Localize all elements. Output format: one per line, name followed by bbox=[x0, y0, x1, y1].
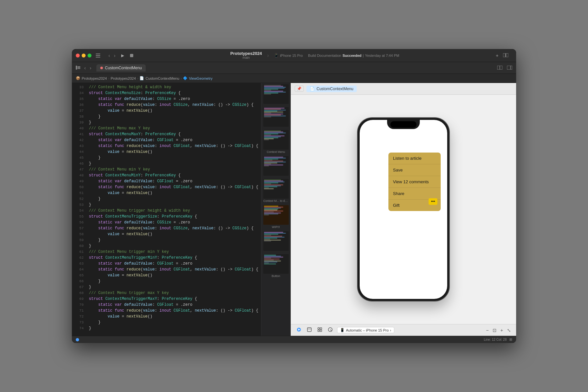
split-editor-button[interactable] bbox=[496, 65, 504, 71]
run-button[interactable]: ▶ bbox=[119, 52, 126, 59]
sidebar-toggle-button[interactable] bbox=[94, 52, 102, 59]
project-name: Prototypes2024 bbox=[230, 51, 262, 56]
back-button[interactable]: ‹ bbox=[107, 52, 111, 59]
forward-button[interactable]: › bbox=[113, 52, 117, 59]
cm-item-share[interactable]: Share bbox=[388, 188, 441, 200]
table-row: 48 struct ContextMenuMinY: PreferenceKey… bbox=[72, 172, 261, 178]
mac-window: ‹ › ▶ Prototypes2024 main › 📱 iPhone 15 … bbox=[72, 49, 516, 343]
minimap-thumb-1[interactable] bbox=[261, 83, 290, 106]
svg-rect-9 bbox=[77, 68, 80, 69]
device-selector[interactable]: 📱 Automatic – iPhone 15 Pro › bbox=[337, 327, 394, 333]
add-button[interactable]: + bbox=[495, 52, 500, 59]
status-left bbox=[76, 338, 79, 341]
preview-content: Listen to article Save View 12 comments … bbox=[291, 95, 516, 324]
table-row: 37 value = nextValue() bbox=[72, 108, 261, 114]
table-row: 74 } bbox=[72, 325, 261, 331]
table-row: 44 value = nextValue() bbox=[72, 149, 261, 155]
zoom-fit-button[interactable]: ⊡ bbox=[491, 327, 498, 334]
table-row: 52 } bbox=[72, 196, 261, 202]
table-row: 57 static func reduce(value: inout CGSiz… bbox=[72, 225, 261, 231]
zoom-in-button[interactable]: + bbox=[499, 327, 504, 334]
tab-back[interactable]: ‹ bbox=[83, 65, 87, 71]
minimap-thumb-5[interactable]: Context M... to dismiss bbox=[261, 178, 290, 204]
project-title: Prototypes2024 main bbox=[230, 51, 262, 60]
status-indicator bbox=[76, 338, 79, 341]
svg-line-23 bbox=[330, 330, 332, 331]
close-button[interactable] bbox=[76, 54, 80, 57]
svg-rect-4 bbox=[503, 53, 505, 57]
breadcrumb-project: Prototypes2024 bbox=[82, 76, 107, 80]
preview-toolbar: 📌 📄 CustomContextMenu bbox=[291, 83, 516, 95]
device-icon: 📱 bbox=[340, 328, 345, 332]
preview-controls-right: − ⊡ + ⤡ bbox=[485, 327, 512, 334]
minimap-thumb-6[interactable]: WIP!!! bbox=[261, 204, 290, 230]
active-tab[interactable]: CustomContextMenu bbox=[96, 64, 146, 72]
minimap-thumb-4[interactable] bbox=[261, 155, 290, 178]
chevron-down-icon: › bbox=[390, 328, 391, 332]
minimap-preview-2 bbox=[263, 107, 289, 127]
inspector-button[interactable] bbox=[506, 65, 514, 71]
preview-file-label: CustomContextMenu bbox=[317, 87, 353, 91]
zoom-full-button[interactable]: ⤡ bbox=[506, 327, 512, 334]
main-content: 33 /// Context Menu height & width key 3… bbox=[72, 83, 516, 336]
minimap-preview-7 bbox=[263, 231, 289, 251]
stop-button[interactable] bbox=[128, 52, 135, 59]
split-view-button[interactable] bbox=[502, 52, 510, 59]
table-row: 40 /// Context Menu max Y key bbox=[72, 125, 261, 131]
iphone-screen: Listen to article Save View 12 comments … bbox=[360, 120, 447, 299]
minimap-panel: Context Menu bbox=[261, 83, 291, 336]
code-editor[interactable]: 33 /// Context Menu height & width key 3… bbox=[72, 83, 261, 336]
breadcrumb-symbol: ViewGeometry bbox=[189, 76, 212, 80]
minimap-label-3: Context Menu bbox=[263, 150, 288, 154]
minimap-thumb-3[interactable]: Context Menu bbox=[261, 129, 290, 155]
minimap-preview-8 bbox=[263, 254, 289, 274]
play-preview-button[interactable] bbox=[295, 327, 303, 334]
cm-dots-button[interactable]: ••• bbox=[429, 198, 437, 205]
table-row: 42 static var defaultValue: CGFloat = .z… bbox=[72, 137, 261, 143]
table-row: 66 } bbox=[72, 278, 261, 284]
tab-forward[interactable]: › bbox=[89, 65, 93, 71]
code-lines: 33 /// Context Menu height & width key 3… bbox=[72, 83, 261, 336]
filepath-bar: 📦 Prototypes2024 › Prototypes2024 › 📄 Cu… bbox=[72, 74, 516, 83]
dynamic-island bbox=[387, 120, 420, 129]
cm-item-save[interactable]: Save bbox=[388, 164, 441, 176]
preview-options-button[interactable] bbox=[305, 327, 314, 334]
table-row: 64 static func reduce(value: inout CGFlo… bbox=[72, 267, 261, 272]
fullscreen-button[interactable] bbox=[88, 54, 91, 57]
cm-item-listen[interactable]: Listen to article bbox=[388, 153, 441, 164]
breadcrumb-group: Prototypes2024 bbox=[111, 76, 136, 80]
svg-rect-5 bbox=[506, 53, 508, 57]
minimap-preview-3 bbox=[263, 130, 289, 150]
table-row: 71 static func reduce(value: inout CGFlo… bbox=[72, 308, 261, 314]
table-row: 72 value = nextValue() bbox=[72, 314, 261, 319]
inspect-button[interactable] bbox=[326, 327, 335, 334]
minimize-button[interactable] bbox=[82, 54, 86, 57]
svg-rect-21 bbox=[320, 330, 322, 332]
nav-buttons: ‹ › bbox=[107, 52, 117, 59]
table-row: 55 struct ContextMenuTriggerSize: Prefer… bbox=[72, 214, 261, 220]
table-row: 43 static func reduce(value: inout CGFlo… bbox=[72, 143, 261, 149]
grid-view-button[interactable] bbox=[316, 327, 324, 334]
minimap-thumb-2[interactable] bbox=[261, 106, 290, 129]
zoom-out-button[interactable]: − bbox=[485, 327, 490, 334]
svg-rect-20 bbox=[318, 330, 319, 332]
table-row: 70 static var defaultValue: CGFloat = .z… bbox=[72, 302, 261, 308]
cm-item-comments[interactable]: View 12 comments bbox=[388, 176, 441, 188]
table-row: 36 static func reduce(value: inout CGSiz… bbox=[72, 102, 261, 108]
minimap-label-6: WIP!!! bbox=[263, 225, 288, 229]
minimap-thumb-8[interactable]: Button bbox=[261, 253, 290, 279]
project-sub: main bbox=[243, 56, 250, 60]
svg-rect-2 bbox=[96, 57, 100, 57]
status-settings-button[interactable]: ⊞ bbox=[509, 337, 512, 342]
device-label: Automatic – iPhone 15 Pro bbox=[346, 328, 389, 332]
pin-button[interactable]: 📌 bbox=[295, 86, 304, 92]
minimap-preview-1 bbox=[263, 84, 289, 104]
svg-rect-12 bbox=[507, 66, 512, 70]
build-time: Yesterday at 7:44 PM bbox=[365, 54, 399, 57]
table-row: 69 struct ContextMenuTriggerMaxY: Prefer… bbox=[72, 296, 261, 302]
iphone-mockup: Listen to article Save View 12 comments … bbox=[358, 118, 449, 301]
minimap-thumb-7[interactable] bbox=[261, 230, 290, 253]
navigator-button[interactable] bbox=[74, 65, 82, 71]
svg-rect-19 bbox=[320, 328, 322, 329]
toolbar-right: + bbox=[495, 52, 510, 59]
